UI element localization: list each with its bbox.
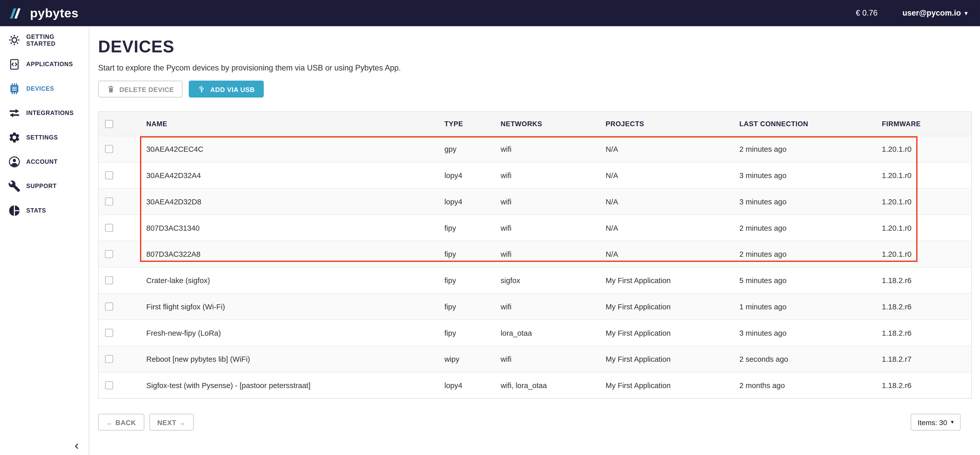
- items-per-page-select[interactable]: Items: 30 ▾: [911, 414, 961, 431]
- device-name-cell: 807D3AC31340: [140, 224, 438, 232]
- device-type-cell: lopy4: [438, 197, 494, 206]
- account-person-icon: [8, 155, 21, 168]
- toolbar: DELETE DEVICE ADD VIA USB: [98, 81, 972, 98]
- table-body: 30AEA42CEC4C gpy wifi N/A 2 minutes ago …: [99, 136, 971, 398]
- delete-device-label: DELETE DEVICE: [119, 85, 174, 93]
- add-via-usb-button[interactable]: ADD VIA USB: [189, 81, 264, 98]
- support-wrench-icon: [8, 180, 21, 192]
- cog-outline-icon: [8, 33, 21, 46]
- device-row[interactable]: 30AEA42CEC4C gpy wifi N/A 2 minutes ago …: [99, 136, 971, 162]
- sidebar-item-applications[interactable]: APPLICATIONS: [0, 52, 89, 76]
- device-name-cell: First flight sigfox (Wi-Fi): [140, 302, 438, 311]
- device-last-connection-cell: 2 minutes ago: [733, 145, 876, 153]
- row-checkbox[interactable]: [105, 355, 113, 363]
- row-checkbox[interactable]: [105, 276, 113, 284]
- row-checkbox[interactable]: [105, 145, 113, 153]
- usb-icon: [198, 85, 206, 93]
- user-menu[interactable]: user@pycom.io ▾: [903, 9, 967, 18]
- device-last-connection-cell: 1 minutes ago: [733, 302, 876, 311]
- sidebar-item-settings[interactable]: SETTINGS: [0, 125, 89, 149]
- device-firmware-cell: 1.20.1.r0: [875, 171, 971, 180]
- row-checkbox-cell: [99, 224, 140, 232]
- sidebar-item-stats[interactable]: STATS: [0, 198, 89, 223]
- add-via-usb-label: ADD VIA USB: [210, 85, 255, 93]
- sidebar-item-support[interactable]: SUPPORT: [0, 174, 89, 198]
- row-checkbox-cell: [99, 355, 140, 363]
- next-button[interactable]: NEXT →: [149, 414, 194, 431]
- device-row[interactable]: Crater-lake (sigfox) fipy sigfox My Firs…: [99, 267, 971, 293]
- device-last-connection-cell: 2 seconds ago: [733, 355, 876, 363]
- device-name-cell: 30AEA42D32D8: [140, 197, 438, 206]
- row-checkbox[interactable]: [105, 224, 113, 232]
- sidebar-item-integrations[interactable]: INTEGRATIONS: [0, 101, 89, 125]
- sidebar-item-label: INTEGRATIONS: [26, 109, 74, 116]
- devices-chip-icon: [8, 82, 21, 95]
- table-header-row: NAME TYPE NETWORKS PROJECTS LAST CONNECT…: [99, 112, 971, 136]
- device-firmware-cell: 1.18.2.r6: [875, 381, 971, 390]
- device-projects-cell: N/A: [599, 197, 733, 206]
- select-all-checkbox[interactable]: [105, 119, 113, 128]
- device-type-cell: wipy: [438, 355, 494, 363]
- device-type-cell: lopy4: [438, 171, 494, 180]
- integrations-arrows-icon: [8, 107, 21, 119]
- row-checkbox[interactable]: [105, 197, 113, 206]
- device-firmware-cell: 1.20.1.r0: [875, 145, 971, 153]
- device-name-cell: Fresh-new-fipy (LoRa): [140, 329, 438, 337]
- device-last-connection-cell: 2 minutes ago: [733, 250, 876, 258]
- device-row[interactable]: 807D3AC322A8 fipy wifi N/A 2 minutes ago…: [99, 241, 971, 267]
- device-projects-cell: My First Application: [599, 276, 733, 285]
- caret-down-icon: ▾: [951, 420, 954, 425]
- device-row[interactable]: Sigfox-test (with Pysense) - [pastoor pe…: [99, 372, 971, 398]
- items-per-page-label: Items: 30: [918, 418, 947, 426]
- device-networks-cell: lora_otaa: [494, 329, 599, 337]
- row-checkbox-cell: [99, 302, 140, 311]
- brand[interactable]: pybytes: [10, 6, 78, 20]
- sidebar-item-getting-started[interactable]: GETTING STARTED: [0, 28, 89, 52]
- pybytes-logo-icon: [10, 8, 25, 19]
- device-networks-cell: wifi: [494, 302, 599, 311]
- device-type-cell: fipy: [438, 329, 494, 337]
- row-checkbox[interactable]: [105, 250, 113, 258]
- device-name-cell: Crater-lake (sigfox): [140, 276, 438, 285]
- delete-device-button[interactable]: DELETE DEVICE: [98, 81, 183, 98]
- row-checkbox[interactable]: [105, 329, 113, 337]
- device-last-connection-cell: 2 months ago: [733, 381, 876, 390]
- device-row[interactable]: 30AEA42D32D8 lopy4 wifi N/A 3 minutes ag…: [99, 188, 971, 214]
- row-checkbox[interactable]: [105, 302, 113, 311]
- column-header-name: NAME: [140, 120, 438, 127]
- device-row[interactable]: First flight sigfox (Wi-Fi) fipy wifi My…: [99, 293, 971, 319]
- device-firmware-cell: 1.20.1.r0: [875, 250, 971, 258]
- devices-table: NAME TYPE NETWORKS PROJECTS LAST CONNECT…: [98, 111, 972, 399]
- sidebar-item-account[interactable]: ACCOUNT: [0, 150, 89, 174]
- row-checkbox-cell: [99, 145, 140, 153]
- sidebar-collapse-button[interactable]: ‹: [75, 439, 79, 451]
- row-checkbox[interactable]: [105, 381, 113, 389]
- device-row[interactable]: 807D3AC31340 fipy wifi N/A 2 minutes ago…: [99, 214, 971, 241]
- device-row[interactable]: Reboot [new pybytes lib] (WiFi) wipy wif…: [99, 346, 971, 372]
- device-name-cell: Sigfox-test (with Pysense) - [pastoor pe…: [140, 381, 438, 390]
- device-firmware-cell: 1.18.2.r7: [875, 355, 971, 363]
- column-header-last-connection: LAST CONNECTION: [733, 120, 876, 127]
- stats-pie-icon: [8, 204, 21, 216]
- user-email: user@pycom.io: [903, 9, 961, 18]
- device-last-connection-cell: 3 minutes ago: [733, 171, 876, 180]
- device-projects-cell: N/A: [599, 250, 733, 258]
- device-type-cell: fipy: [438, 224, 494, 232]
- device-last-connection-cell: 3 minutes ago: [733, 329, 876, 337]
- row-checkbox-cell: [99, 276, 140, 284]
- row-checkbox[interactable]: [105, 171, 113, 179]
- sidebar-item-label: STATS: [26, 207, 46, 214]
- device-networks-cell: sigfox: [494, 276, 599, 285]
- back-button[interactable]: ← BACK: [98, 414, 144, 431]
- device-name-cell: 30AEA42CEC4C: [140, 145, 438, 153]
- sidebar-item-devices[interactable]: DEVICES: [0, 76, 89, 100]
- device-networks-cell: wifi: [494, 224, 599, 232]
- device-row[interactable]: 30AEA42D32A4 lopy4 wifi N/A 3 minutes ag…: [99, 162, 971, 188]
- device-type-cell: lopy4: [438, 381, 494, 390]
- device-firmware-cell: 1.18.2.r6: [875, 302, 971, 311]
- device-networks-cell: wifi, lora_otaa: [494, 381, 599, 390]
- device-row[interactable]: Fresh-new-fipy (LoRa) fipy lora_otaa My …: [99, 319, 971, 346]
- device-firmware-cell: 1.18.2.r6: [875, 329, 971, 337]
- device-projects-cell: My First Application: [599, 329, 733, 337]
- column-header-type: TYPE: [438, 120, 494, 127]
